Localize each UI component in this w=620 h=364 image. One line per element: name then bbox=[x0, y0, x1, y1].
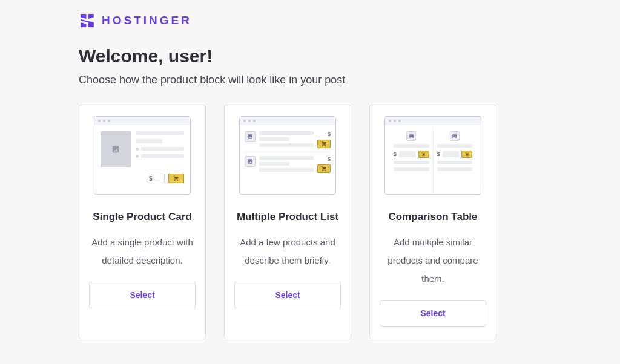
cart-button-icon bbox=[317, 164, 331, 173]
page-subtitle: Choose how the product block will look l… bbox=[79, 74, 541, 86]
placeholder-image-icon bbox=[101, 131, 131, 167]
cart-button-icon bbox=[418, 151, 429, 158]
hostinger-logo-icon bbox=[79, 12, 96, 29]
select-button-comparison-table[interactable]: Select bbox=[380, 300, 486, 327]
cart-button-icon bbox=[461, 151, 472, 158]
thumbnail-titlebar bbox=[240, 117, 335, 125]
placeholder-image-icon bbox=[450, 131, 460, 141]
thumbnail-comparison-table: $ $ bbox=[384, 116, 481, 195]
option-card-multiple-product-list: $ $ Multiple Product List Add a few prod… bbox=[224, 105, 351, 339]
page-title: Welcome, user! bbox=[79, 46, 541, 67]
option-title: Multiple Product List bbox=[237, 209, 338, 225]
option-cards-row: $ Single Product Card Add a single produ… bbox=[79, 105, 541, 339]
price-placeholder: $ bbox=[147, 174, 165, 183]
cart-button-icon bbox=[168, 174, 184, 183]
thumbnail-single-product: $ bbox=[94, 116, 191, 195]
select-button-single-product[interactable]: Select bbox=[89, 282, 196, 308]
brand-logo: HOSTINGER bbox=[79, 12, 541, 29]
thumbnail-multiple-product-list: $ $ bbox=[239, 116, 336, 195]
option-card-single-product: $ Single Product Card Add a single produ… bbox=[79, 105, 206, 339]
thumbnail-titlebar bbox=[385, 117, 481, 125]
placeholder-image-icon bbox=[245, 156, 256, 167]
option-title: Comparison Table bbox=[388, 209, 477, 225]
option-description: Add a single product with detailed descr… bbox=[89, 233, 196, 270]
option-card-comparison-table: $ $ Comparison Table Add multiple simila… bbox=[369, 105, 496, 339]
page-container: HOSTINGER Welcome, user! Choose how the … bbox=[0, 0, 620, 351]
select-button-multiple-product-list[interactable]: Select bbox=[234, 282, 341, 308]
price-placeholder: $ bbox=[328, 156, 331, 162]
price-placeholder: $ bbox=[328, 131, 331, 137]
placeholder-image-icon bbox=[245, 131, 256, 142]
placeholder-image-icon bbox=[406, 131, 416, 141]
price-placeholder: $ bbox=[394, 151, 397, 157]
price-placeholder: $ bbox=[437, 151, 440, 157]
option-title: Single Product Card bbox=[93, 209, 191, 225]
brand-name: HOSTINGER bbox=[102, 14, 192, 27]
option-description: Add multiple similar products and compar… bbox=[380, 233, 486, 288]
cart-button-icon bbox=[317, 140, 331, 148]
thumbnail-titlebar bbox=[94, 117, 190, 125]
option-description: Add a few products and describe them bri… bbox=[234, 233, 341, 270]
